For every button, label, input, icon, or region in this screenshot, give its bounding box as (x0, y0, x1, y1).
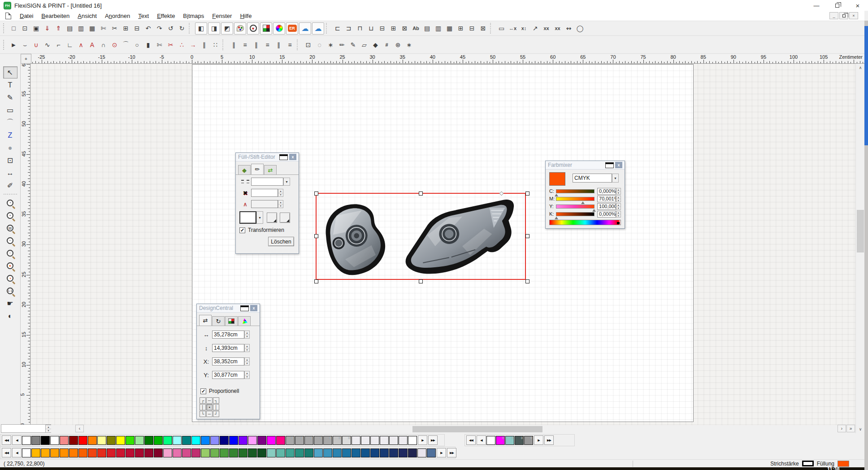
space-even-h[interactable]: ∥ (251, 39, 262, 51)
align-left[interactable]: ⊏ (332, 23, 343, 34)
menu-text[interactable]: Text (134, 12, 153, 20)
corner-point[interactable]: ⌐ (53, 39, 64, 51)
measure-x[interactable]: ↔x (507, 23, 518, 34)
rainbow-picker-bar[interactable] (549, 220, 621, 225)
undo-all[interactable]: ↺ (165, 23, 176, 34)
horizontal-scroll-thumb[interactable] (412, 426, 542, 432)
palette2-swatch[interactable] (352, 448, 360, 457)
toolbar-grip[interactable] (3, 23, 7, 33)
palette1-swatch[interactable]: 0 (295, 436, 304, 445)
color-wheel[interactable] (273, 22, 285, 35)
slider-thumb[interactable] (592, 209, 596, 212)
anchor-center[interactable]: ▪ (206, 404, 213, 410)
swatch-scroll-fwd[interactable]: ▶ (437, 448, 446, 457)
palette2-swatch[interactable] (41, 448, 50, 457)
arrowhead-spinner[interactable]: ▲▼ (278, 200, 283, 208)
palette1-swatch[interactable] (220, 436, 229, 445)
zoom-selected-tool[interactable]: ∷ (3, 247, 17, 259)
new-document[interactable]: □ (8, 23, 19, 34)
solid-block[interactable]: ▮ (143, 39, 154, 51)
design-central-titlebar[interactable]: DesignCentral x (197, 304, 260, 313)
distribute-left[interactable]: ▤ (421, 23, 433, 34)
selection-handle-sw[interactable] (314, 279, 318, 283)
palette2-swatch[interactable] (257, 448, 266, 457)
stamp-tool[interactable]: ⊛ (392, 39, 404, 51)
pen-tab[interactable]: ✏ (251, 164, 264, 174)
delete-button[interactable]: Löschen (268, 237, 294, 246)
select-tool[interactable]: ↖ (3, 66, 17, 78)
close-shape[interactable]: ○ (131, 39, 143, 51)
delete-nodes[interactable]: ∴ (176, 39, 187, 51)
swatch-scroll-end[interactable]: ▶▶ (447, 448, 456, 457)
stroke-width-spinner[interactable]: ▲▼ (278, 189, 283, 197)
palette2-swatch[interactable] (229, 448, 238, 457)
palette2-swatch[interactable] (276, 448, 285, 457)
space-horizontal[interactable]: ∥ (228, 39, 239, 51)
swatch-scroll-fwd[interactable]: ▶ (418, 435, 427, 445)
rollup-button[interactable] (240, 305, 249, 311)
channel-value-field[interactable]: 70,001% (597, 196, 616, 202)
crop-tool[interactable]: # (381, 39, 392, 51)
swatch-scroll-start[interactable]: ◀◀ (2, 448, 11, 457)
palette1-swatch[interactable] (276, 436, 285, 445)
palette-close-button[interactable]: x (289, 154, 296, 160)
measure-xx-2[interactable]: xx (552, 23, 563, 34)
node-pair[interactable]: ∥ (199, 39, 210, 51)
palette1-swatch[interactable] (239, 436, 247, 445)
align-center-h[interactable]: ⊟ (377, 23, 388, 34)
zoom-out-tool[interactable]: − (3, 235, 17, 247)
palette2-swatch[interactable] (380, 448, 389, 457)
palette2-swatch[interactable] (389, 448, 398, 457)
zoom-page-tool[interactable]: ▤ (3, 222, 17, 234)
fill-tab[interactable]: ◆ (238, 165, 251, 174)
palette2-swatch[interactable] (248, 448, 257, 457)
document-icon[interactable] (5, 13, 11, 19)
cutter-blade[interactable]: ✄ (98, 23, 109, 34)
palette1-swatch[interactable] (389, 436, 398, 445)
curve-tool[interactable]: ∿ (42, 39, 53, 51)
close-button[interactable]: × (847, 0, 868, 11)
stroke-swatch[interactable] (802, 461, 814, 466)
measure-y[interactable]: x↕ (518, 23, 529, 34)
palette1-swatch[interactable] (173, 436, 182, 445)
palette1-swatch[interactable] (41, 436, 50, 445)
anchor-se[interactable]: ┘ (213, 411, 219, 417)
palette2-swatch[interactable] (239, 448, 247, 457)
palette2-swatch[interactable] (417, 448, 426, 457)
palette1-swatch[interactable] (135, 436, 144, 445)
channel-slider[interactable] (556, 197, 595, 201)
width-field[interactable]: 35,278cm (212, 331, 244, 339)
grid-both[interactable]: ⊠ (477, 23, 489, 34)
snap-circle[interactable]: ◯ (574, 23, 586, 34)
palette1-swatch[interactable] (78, 436, 87, 445)
round-arch[interactable]: ⌒ (120, 39, 131, 51)
magic-select[interactable]: ∗ (325, 39, 336, 51)
toolbar-grip[interactable] (3, 40, 7, 50)
measure-diagonal[interactable]: ↗ (529, 23, 541, 34)
zoom-in-tool[interactable]: + (3, 209, 17, 222)
swatch-scroll-fwd[interactable]: ▶ (534, 435, 543, 445)
no-color-button[interactable] (239, 211, 256, 224)
align-bottom[interactable]: ⊔ (365, 23, 377, 34)
node-grid[interactable]: ∷ (210, 39, 221, 51)
channel-slider[interactable] (556, 205, 595, 209)
palette2-swatch[interactable] (154, 448, 163, 457)
menu-effekte[interactable]: Effekte (153, 12, 179, 20)
selection-handle-s[interactable] (419, 279, 423, 283)
menu-hilfe[interactable]: Hilfe (236, 12, 256, 20)
color-specs[interactable] (260, 22, 272, 35)
er-cloud[interactable]: ER (286, 22, 298, 35)
lasso-select[interactable]: ◌ (314, 39, 325, 51)
cloud-upload[interactable]: ☁ (312, 22, 324, 35)
selection-handle-e[interactable] (525, 234, 529, 238)
proportional-checkbox[interactable]: ✓ (200, 388, 206, 394)
gamut-tab[interactable] (238, 316, 251, 326)
channel-spinner[interactable]: ▲▼ (616, 211, 621, 218)
knife-tool[interactable]: ✄ (154, 39, 165, 51)
rollup-button[interactable] (279, 154, 288, 160)
measure-resize-tool[interactable]: ↔ (3, 167, 17, 179)
restore-button[interactable] (827, 0, 847, 11)
zoom-previous-tool[interactable]: ◔ (3, 197, 17, 209)
scroll-right-end-arrow[interactable]: » (846, 425, 855, 432)
anchor-s[interactable]: ─ (206, 411, 213, 417)
